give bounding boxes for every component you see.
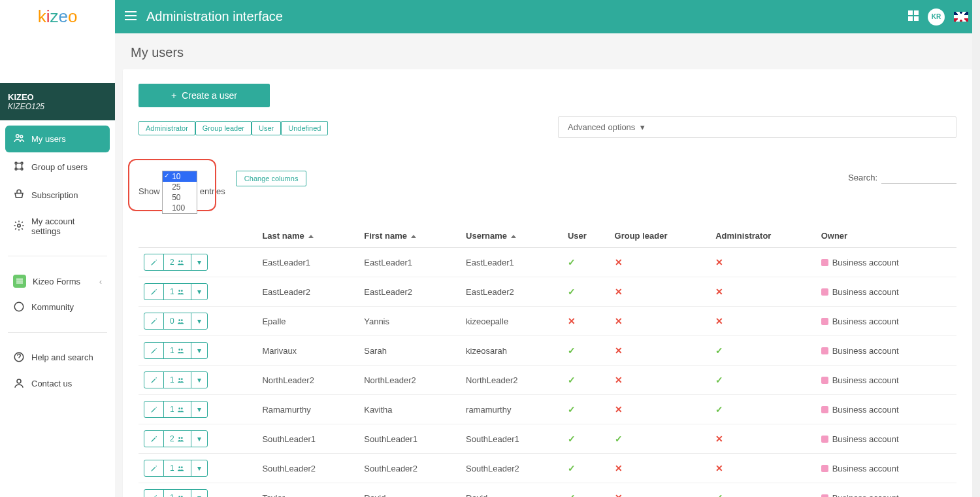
svg-point-12 [21, 168, 23, 170]
more-dropdown[interactable]: ▾ [191, 402, 207, 417]
row-actions: 2 ▾ [144, 254, 208, 271]
logo[interactable]: kizeo [0, 0, 115, 33]
scrollbar[interactable] [972, 0, 980, 497]
apps-icon[interactable] [908, 10, 919, 24]
sidebar-item-my-account-settings[interactable]: My account settings [5, 210, 110, 243]
svg-point-25 [181, 319, 183, 321]
change-columns-button[interactable]: Change columns [236, 171, 307, 186]
language-flag-icon[interactable] [954, 12, 968, 22]
create-user-button[interactable]: + Create a user [139, 84, 270, 107]
groups-button[interactable]: 1 [164, 460, 191, 476]
groups-button[interactable]: 1 [164, 284, 191, 300]
check-icon: ✓ [568, 345, 576, 356]
length-option-50[interactable]: 50 [163, 192, 197, 203]
plus-icon: + [171, 90, 176, 101]
groups-button[interactable]: 2 [164, 254, 191, 270]
check-icon: ✓ [715, 492, 723, 497]
length-option-100[interactable]: 100 [163, 203, 197, 213]
groups-button[interactable]: 0 [164, 313, 191, 329]
sidebar-item-label: Subscription [31, 190, 78, 200]
owner-color-icon [821, 377, 828, 384]
more-dropdown[interactable]: ▾ [191, 490, 207, 497]
edit-button[interactable] [144, 431, 164, 447]
edit-button[interactable] [144, 402, 164, 417]
length-option-10[interactable]: 10 [163, 171, 197, 182]
table-row: 1 ▾ SouthLeader2 SouthLeader2 SouthLeade… [139, 454, 956, 483]
edit-button[interactable] [144, 460, 164, 476]
cell-owner: Business account [816, 483, 956, 498]
row-actions: 1 ▾ [144, 371, 208, 388]
edit-button[interactable] [144, 313, 164, 329]
row-actions: 1 ▾ [144, 460, 208, 477]
edit-button[interactable] [144, 490, 164, 497]
sidebar-item-label: My account settings [31, 216, 102, 236]
owner-color-icon [821, 465, 828, 472]
cell-user: ✓ [563, 483, 610, 498]
sidebar-item-subscription[interactable]: Subscription [5, 182, 110, 209]
groups-button[interactable]: 1 [164, 372, 191, 388]
groups-button[interactable]: 1 [164, 402, 191, 417]
table-row: 2 ▾ SouthLeader1 SouthLeader1 SouthLeade… [139, 424, 956, 454]
svg-point-34 [178, 466, 180, 468]
groups-button[interactable]: 2 [164, 431, 191, 447]
svg-point-17 [14, 302, 24, 311]
cell-last-name: NorthLeader2 [257, 366, 359, 395]
more-dropdown[interactable]: ▾ [191, 343, 207, 358]
sidebar-item-kizeo-forms[interactable]: Kizeo Forms ‹ [5, 268, 110, 294]
edit-button[interactable] [144, 372, 164, 388]
entries-length-select[interactable]: 102550100 [162, 171, 197, 214]
table-row: 2 ▾ EastLeader1 EastLeader1 EastLeader1 … [139, 248, 956, 277]
edit-button[interactable] [144, 254, 164, 270]
check-icon: ✓ [715, 375, 723, 385]
sidebar-item-label: My users [31, 134, 66, 144]
cell-owner: Business account [816, 336, 956, 366]
advanced-options-dropdown[interactable]: Advanced options ▾ [558, 116, 956, 138]
column-header-last-name[interactable]: Last name [257, 224, 359, 248]
groups-button[interactable]: 1 [164, 343, 191, 358]
sidebar-item-kommunity[interactable]: Kommunity [5, 294, 110, 319]
length-option-25[interactable]: 25 [163, 182, 197, 192]
more-dropdown[interactable]: ▾ [191, 254, 207, 270]
svg-point-23 [181, 290, 183, 292]
user-avatar[interactable]: KR [928, 9, 945, 26]
more-dropdown[interactable]: ▾ [191, 431, 207, 447]
cell-owner: Business account [816, 454, 956, 483]
filter-chip-administrator[interactable]: Administrator [139, 121, 195, 135]
sidebar-item-help[interactable]: Help and search [5, 345, 110, 369]
more-dropdown[interactable]: ▾ [191, 372, 207, 388]
org-name: KIZEO [8, 92, 107, 102]
cell-user: ✓ [563, 248, 610, 277]
column-header-username[interactable]: Username [461, 224, 563, 248]
cell-group-leader: ✕ [610, 483, 711, 498]
edit-button[interactable] [144, 343, 164, 358]
svg-rect-2 [125, 19, 137, 20]
more-dropdown[interactable]: ▾ [191, 284, 207, 300]
cell-user: ✓ [563, 366, 610, 395]
filter-chip-user[interactable]: User [252, 121, 281, 135]
groups-button[interactable]: 1 [164, 490, 191, 497]
sidebar-item-my-users[interactable]: My users [5, 126, 110, 152]
more-dropdown[interactable]: ▾ [191, 460, 207, 476]
more-dropdown[interactable]: ▾ [191, 313, 207, 329]
svg-point-20 [178, 260, 180, 262]
column-header-first-name[interactable]: First name [359, 224, 461, 248]
search-input[interactable] [881, 171, 956, 184]
x-icon: ✕ [715, 286, 723, 297]
owner-color-icon [821, 436, 828, 443]
table-row: 1 ▾ NorthLeader2 NorthLeader2 NorthLeade… [139, 366, 956, 395]
svg-point-10 [21, 162, 23, 164]
filter-chip-undefined[interactable]: Undefined [281, 121, 328, 135]
menu-toggle-icon[interactable] [125, 10, 137, 24]
cell-username: EastLeader1 [461, 248, 563, 277]
owner-color-icon [821, 259, 828, 266]
filter-chip-group-leader[interactable]: Group leader [195, 121, 252, 135]
sidebar-item-group-of-users[interactable]: Group of users [5, 154, 110, 180]
owner-color-icon [821, 288, 828, 296]
x-icon: ✕ [615, 375, 623, 385]
edit-button[interactable] [144, 284, 164, 300]
sidebar-item-contact[interactable]: Contact us [5, 371, 110, 396]
gear-icon [13, 220, 25, 233]
cell-username: EastLeader2 [461, 277, 563, 307]
cell-user: ✓ [563, 424, 610, 454]
svg-rect-3 [908, 10, 913, 15]
